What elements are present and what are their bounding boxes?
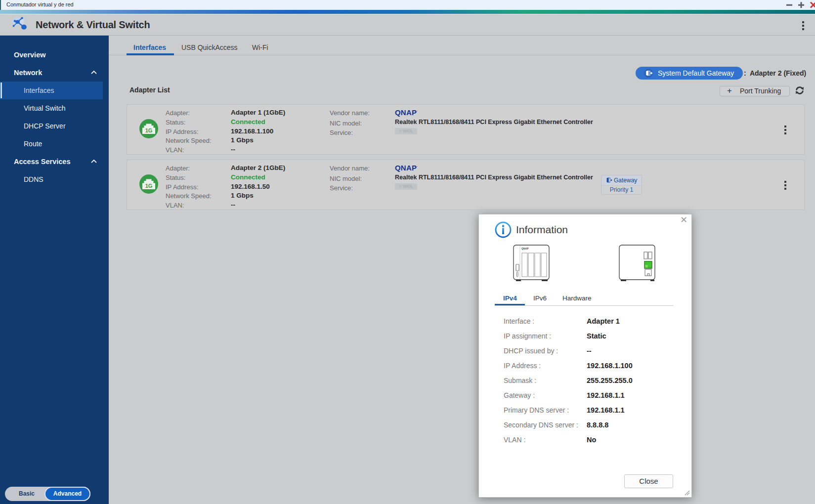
svg-text:QNAP: QNAP (521, 247, 529, 250)
svg-text:1G: 1G (145, 183, 153, 189)
svg-text:1G: 1G (145, 127, 153, 133)
